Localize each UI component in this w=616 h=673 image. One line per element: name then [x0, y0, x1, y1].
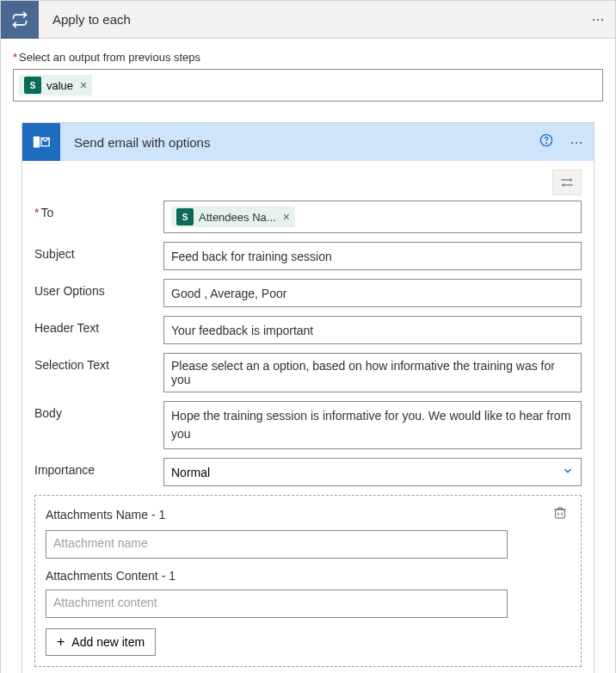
attachment-content-input[interactable]: Attachment content	[46, 590, 508, 618]
more-options-button[interactable]: ···	[581, 10, 615, 28]
send-email-header[interactable]: Send email with options ···	[22, 123, 594, 161]
send-email-card: Send email with options ··· *To S	[22, 122, 594, 673]
importance-value: Normal	[171, 466, 562, 479]
loop-icon	[1, 1, 39, 39]
attachments-section: Attachments Name - 1 Attachment name Att…	[34, 495, 582, 667]
send-email-body: *To S Attendees Na... × Subject Feed bac…	[22, 161, 594, 673]
token-label: value	[46, 79, 73, 92]
attachment-name-label: Attachments Name - 1	[46, 508, 553, 522]
help-icon[interactable]	[533, 133, 559, 151]
svg-point-2	[546, 143, 547, 144]
user-options-label: User Options	[34, 279, 163, 298]
outlook-icon	[22, 123, 60, 161]
remove-token-icon[interactable]: ×	[80, 78, 87, 92]
to-input[interactable]: S Attendees Na... ×	[163, 201, 582, 233]
user-options-input[interactable]: Good , Average, Poor	[163, 279, 582, 307]
token-label: Attendees Na...	[199, 211, 276, 224]
header-text-input[interactable]: Your feedback is important	[163, 316, 582, 344]
body-input[interactable]: Hope the training session is informative…	[163, 401, 582, 449]
add-button-label: Add new item	[71, 635, 145, 649]
delete-attachment-button[interactable]	[553, 506, 570, 523]
add-new-item-button[interactable]: + Add new item	[46, 628, 156, 656]
value-token[interactable]: S value ×	[19, 75, 92, 96]
to-label: *To	[34, 201, 163, 219]
svg-rect-0	[34, 137, 40, 148]
apply-to-each-card: Apply to each ··· *Select an output from…	[0, 0, 616, 673]
plus-icon: +	[57, 634, 65, 650]
attendees-token[interactable]: S Attendees Na... ×	[171, 207, 295, 227]
body-label: Body	[34, 401, 163, 420]
sharepoint-icon: S	[24, 77, 41, 94]
sharepoint-icon: S	[176, 208, 194, 225]
subject-input[interactable]: Feed back for training session	[163, 242, 582, 270]
swap-direction-button[interactable]	[552, 170, 582, 195]
apply-to-each-header[interactable]: Apply to each ···	[1, 1, 615, 39]
header-text-label: Header Text	[34, 316, 163, 335]
send-email-title: Send email with options	[60, 135, 533, 150]
attachment-name-input[interactable]: Attachment name	[46, 530, 508, 559]
output-selector-input[interactable]: S value ×	[13, 69, 603, 102]
output-selector-label: *Select an output from previous steps	[13, 51, 603, 64]
selection-text-input[interactable]: Please select an a option, based on how …	[163, 353, 582, 392]
importance-select[interactable]: Normal	[163, 458, 582, 486]
subject-label: Subject	[34, 242, 163, 261]
apply-to-each-title: Apply to each	[39, 12, 581, 27]
remove-token-icon[interactable]: ×	[283, 210, 290, 224]
attachment-content-label: Attachments Content - 1	[46, 569, 570, 583]
more-options-button[interactable]: ···	[559, 133, 594, 151]
chevron-down-icon	[562, 465, 574, 479]
importance-label: Importance	[34, 458, 163, 477]
svg-rect-3	[556, 509, 565, 518]
selection-text-label: Selection Text	[34, 353, 163, 372]
apply-to-each-body: *Select an output from previous steps S …	[1, 39, 615, 673]
